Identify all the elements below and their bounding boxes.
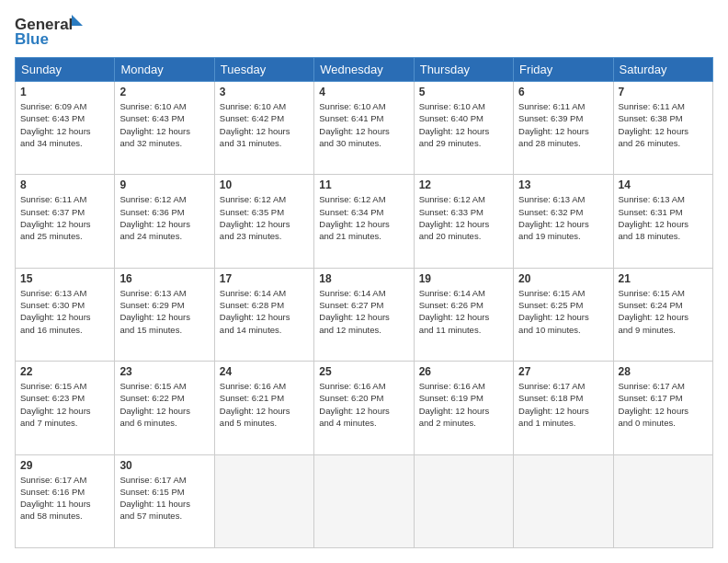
day-number: 25 [319, 365, 408, 378]
day-info: Sunrise: 6:12 AM Sunset: 6:33 PM Dayligh… [419, 193, 508, 242]
day-number: 4 [319, 86, 408, 98]
day-info: Sunrise: 6:12 AM Sunset: 6:35 PM Dayligh… [220, 193, 309, 242]
day-number: 8 [20, 178, 109, 191]
weekday-header-friday: Friday [514, 58, 613, 82]
day-number: 29 [20, 459, 109, 472]
day-number: 20 [518, 272, 608, 285]
day-cell-9: 9 Sunrise: 6:12 AM Sunset: 6:36 PM Dayli… [115, 175, 214, 268]
svg-text:Blue: Blue [15, 30, 49, 48]
day-cell-25: 25 Sunrise: 6:16 AM Sunset: 6:20 PM Dayl… [314, 362, 414, 454]
day-number: 11 [319, 178, 408, 191]
week-row-4: 22 Sunrise: 6:15 AM Sunset: 6:23 PM Dayl… [16, 362, 713, 454]
day-info: Sunrise: 6:13 AM Sunset: 6:31 PM Dayligh… [619, 193, 708, 242]
svg-marker-2 [72, 15, 83, 26]
day-cell-12: 12 Sunrise: 6:12 AM Sunset: 6:33 PM Dayl… [414, 175, 513, 268]
day-info: Sunrise: 6:13 AM Sunset: 6:32 PM Dayligh… [518, 193, 608, 242]
day-info: Sunrise: 6:11 AM Sunset: 6:39 PM Dayligh… [518, 100, 608, 149]
day-info: Sunrise: 6:11 AM Sunset: 6:38 PM Dayligh… [619, 100, 708, 149]
day-info: Sunrise: 6:17 AM Sunset: 6:17 PM Dayligh… [619, 380, 708, 429]
day-number: 28 [619, 365, 708, 378]
day-info: Sunrise: 6:15 AM Sunset: 6:22 PM Dayligh… [119, 380, 209, 429]
day-number: 1 [20, 86, 109, 98]
day-info: Sunrise: 6:09 AM Sunset: 6:43 PM Dayligh… [20, 100, 109, 149]
empty-cell [514, 454, 613, 547]
weekday-header-thursday: Thursday [414, 58, 513, 82]
day-number: 24 [220, 365, 309, 378]
week-row-3: 15 Sunrise: 6:13 AM Sunset: 6:30 PM Dayl… [16, 268, 713, 361]
day-number: 5 [419, 86, 508, 98]
logo-svg: GeneralBlue [15, 15, 88, 48]
day-info: Sunrise: 6:15 AM Sunset: 6:25 PM Dayligh… [518, 287, 608, 336]
day-cell-20: 20 Sunrise: 6:15 AM Sunset: 6:25 PM Dayl… [514, 268, 613, 361]
day-cell-28: 28 Sunrise: 6:17 AM Sunset: 6:17 PM Dayl… [613, 362, 712, 454]
day-info: Sunrise: 6:11 AM Sunset: 6:37 PM Dayligh… [20, 193, 109, 242]
day-number: 15 [20, 272, 109, 285]
weekday-header-sunday: Sunday [16, 58, 115, 82]
day-info: Sunrise: 6:14 AM Sunset: 6:27 PM Dayligh… [319, 287, 408, 336]
day-info: Sunrise: 6:16 AM Sunset: 6:20 PM Dayligh… [319, 380, 408, 429]
day-info: Sunrise: 6:13 AM Sunset: 6:30 PM Dayligh… [20, 287, 109, 336]
day-info: Sunrise: 6:10 AM Sunset: 6:43 PM Dayligh… [119, 100, 209, 149]
day-cell-7: 7 Sunrise: 6:11 AM Sunset: 6:38 PM Dayli… [613, 82, 712, 175]
empty-cell [214, 454, 313, 547]
day-number: 18 [319, 272, 408, 285]
empty-cell [414, 454, 513, 547]
day-number: 2 [119, 86, 209, 98]
day-cell-30: 30 Sunrise: 6:17 AM Sunset: 6:15 PM Dayl… [115, 454, 214, 547]
day-cell-13: 13 Sunrise: 6:13 AM Sunset: 6:32 PM Dayl… [514, 175, 613, 268]
day-info: Sunrise: 6:16 AM Sunset: 6:19 PM Dayligh… [419, 380, 508, 429]
day-cell-5: 5 Sunrise: 6:10 AM Sunset: 6:40 PM Dayli… [414, 82, 513, 175]
day-info: Sunrise: 6:14 AM Sunset: 6:26 PM Dayligh… [419, 287, 508, 336]
day-cell-1: 1 Sunrise: 6:09 AM Sunset: 6:43 PM Dayli… [16, 82, 115, 175]
day-number: 12 [419, 178, 508, 191]
day-number: 26 [419, 365, 508, 378]
day-cell-16: 16 Sunrise: 6:13 AM Sunset: 6:29 PM Dayl… [115, 268, 214, 361]
day-cell-24: 24 Sunrise: 6:16 AM Sunset: 6:21 PM Dayl… [214, 362, 313, 454]
day-info: Sunrise: 6:17 AM Sunset: 6:18 PM Dayligh… [518, 380, 608, 429]
day-info: Sunrise: 6:12 AM Sunset: 6:34 PM Dayligh… [319, 193, 408, 242]
weekday-header-wednesday: Wednesday [314, 58, 414, 82]
week-row-5: 29 Sunrise: 6:17 AM Sunset: 6:16 PM Dayl… [16, 454, 713, 547]
weekday-header-saturday: Saturday [613, 58, 712, 82]
day-cell-21: 21 Sunrise: 6:15 AM Sunset: 6:24 PM Dayl… [613, 268, 712, 361]
day-number: 6 [518, 86, 608, 98]
day-number: 10 [220, 178, 309, 191]
day-cell-6: 6 Sunrise: 6:11 AM Sunset: 6:39 PM Dayli… [514, 82, 613, 175]
day-cell-11: 11 Sunrise: 6:12 AM Sunset: 6:34 PM Dayl… [314, 175, 414, 268]
day-info: Sunrise: 6:10 AM Sunset: 6:42 PM Dayligh… [220, 100, 309, 149]
day-cell-15: 15 Sunrise: 6:13 AM Sunset: 6:30 PM Dayl… [16, 268, 115, 361]
day-number: 19 [419, 272, 508, 285]
week-row-1: 1 Sunrise: 6:09 AM Sunset: 6:43 PM Dayli… [16, 82, 713, 175]
day-cell-4: 4 Sunrise: 6:10 AM Sunset: 6:41 PM Dayli… [314, 82, 414, 175]
day-number: 17 [220, 272, 309, 285]
weekday-header-monday: Monday [115, 58, 214, 82]
day-info: Sunrise: 6:15 AM Sunset: 6:23 PM Dayligh… [20, 380, 109, 429]
day-info: Sunrise: 6:16 AM Sunset: 6:21 PM Dayligh… [220, 380, 309, 429]
day-number: 23 [119, 365, 209, 378]
day-number: 14 [619, 178, 708, 191]
day-number: 16 [119, 272, 209, 285]
day-info: Sunrise: 6:13 AM Sunset: 6:29 PM Dayligh… [119, 287, 209, 336]
day-number: 13 [518, 178, 608, 191]
day-cell-2: 2 Sunrise: 6:10 AM Sunset: 6:43 PM Dayli… [115, 82, 214, 175]
day-info: Sunrise: 6:14 AM Sunset: 6:28 PM Dayligh… [220, 287, 309, 336]
weekday-header-row: SundayMondayTuesdayWednesdayThursdayFrid… [16, 58, 713, 82]
day-cell-10: 10 Sunrise: 6:12 AM Sunset: 6:35 PM Dayl… [214, 175, 313, 268]
day-cell-29: 29 Sunrise: 6:17 AM Sunset: 6:16 PM Dayl… [16, 454, 115, 547]
day-cell-26: 26 Sunrise: 6:16 AM Sunset: 6:19 PM Dayl… [414, 362, 513, 454]
day-number: 30 [119, 459, 209, 472]
day-info: Sunrise: 6:10 AM Sunset: 6:40 PM Dayligh… [419, 100, 508, 149]
day-cell-17: 17 Sunrise: 6:14 AM Sunset: 6:28 PM Dayl… [214, 268, 313, 361]
empty-cell [314, 454, 414, 547]
logo: GeneralBlue [15, 15, 88, 48]
page: GeneralBlue SundayMondayTuesdayWednesday… [0, 0, 728, 563]
day-info: Sunrise: 6:17 AM Sunset: 6:15 PM Dayligh… [119, 474, 209, 523]
day-info: Sunrise: 6:15 AM Sunset: 6:24 PM Dayligh… [619, 287, 708, 336]
day-cell-18: 18 Sunrise: 6:14 AM Sunset: 6:27 PM Dayl… [314, 268, 414, 361]
day-info: Sunrise: 6:10 AM Sunset: 6:41 PM Dayligh… [319, 100, 408, 149]
week-row-2: 8 Sunrise: 6:11 AM Sunset: 6:37 PM Dayli… [16, 175, 713, 268]
day-cell-14: 14 Sunrise: 6:13 AM Sunset: 6:31 PM Dayl… [613, 175, 712, 268]
day-cell-27: 27 Sunrise: 6:17 AM Sunset: 6:18 PM Dayl… [514, 362, 613, 454]
day-info: Sunrise: 6:12 AM Sunset: 6:36 PM Dayligh… [119, 193, 209, 242]
day-cell-22: 22 Sunrise: 6:15 AM Sunset: 6:23 PM Dayl… [16, 362, 115, 454]
